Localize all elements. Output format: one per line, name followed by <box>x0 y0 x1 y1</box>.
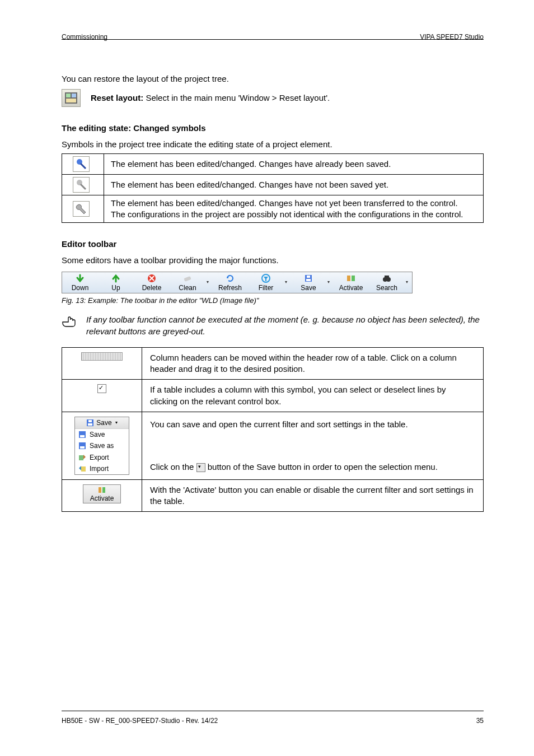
svg-rect-31 <box>99 487 101 493</box>
save-menu-head-label: Save <box>96 418 111 427</box>
toolbar-delete-button[interactable]: Delete <box>134 272 170 293</box>
activate-button-block[interactable]: Activate <box>83 484 121 503</box>
table-row: Column headers can be moved within the h… <box>62 347 484 380</box>
svg-rect-26 <box>80 435 85 437</box>
save-icon <box>78 431 86 438</box>
toolbar-filter-button[interactable]: Filter <box>248 272 284 293</box>
svg-rect-30 <box>81 466 86 472</box>
desc-row-check: If a table includes a column with this s… <box>142 380 484 412</box>
save-menu-item-save[interactable]: Save <box>75 429 129 440</box>
desc-row-activate: With the 'Activate' button you can enabl… <box>142 479 484 512</box>
save-menu-item-import[interactable]: Import <box>75 463 129 474</box>
table-row: If a table includes a column with this s… <box>62 380 484 412</box>
symbols-row-1: The element has been edited/changed. Cha… <box>104 153 484 174</box>
toolbar-figure-caption: Fig. 13: Example: The toolbar in the edi… <box>62 296 484 306</box>
binoculars-icon <box>382 274 392 283</box>
chevron-down-icon: ▾ <box>115 420 118 426</box>
toolbar-activate-label: Activate <box>339 283 363 292</box>
intro-line-1: You can restore the layout of the projec… <box>62 73 484 85</box>
save-menu-block[interactable]: Save ▾ Save Save as Export <box>74 417 129 475</box>
toolbar-up-button[interactable]: Up <box>98 272 134 293</box>
toolbar-delete-label: Delete <box>142 283 162 292</box>
reset-layout-text: Reset layout: Select in the main menu 'W… <box>91 92 330 104</box>
toolbar-down-button[interactable]: Down <box>62 272 98 293</box>
svg-rect-12 <box>184 276 191 282</box>
footer-right: 35 <box>476 716 484 725</box>
table-row: The element has been edited/changed. Cha… <box>62 195 484 223</box>
activate-button-label: Activate <box>90 494 114 502</box>
toolbar-refresh-label: Refresh <box>218 283 242 292</box>
delete-icon <box>147 274 157 283</box>
table-row: Activate With the 'Activate' button you … <box>62 479 484 512</box>
svg-rect-17 <box>347 276 350 281</box>
dropdown-arrow-icon <box>196 463 205 472</box>
toolbar-search-button[interactable]: Search <box>369 272 405 293</box>
reset-layout-icon <box>62 89 81 107</box>
svg-rect-29 <box>79 455 83 460</box>
svg-rect-21 <box>385 276 389 278</box>
pin-blue-icon <box>73 156 90 172</box>
note-text: If any toolbar function cannot be execut… <box>86 314 484 337</box>
symbols-row-3: The element has been edited/changed. Cha… <box>104 195 484 223</box>
toolbar-activate-button[interactable]: Activate <box>333 272 369 293</box>
desc-row-save-line1: You can save and open the current filter… <box>150 419 475 430</box>
note-row: If any toolbar function cannot be execut… <box>62 314 484 337</box>
section-2-lead: Some editors have a toolbar providing th… <box>62 255 484 266</box>
footer-rule <box>62 711 484 711</box>
section-2-heading: Editor toolbar <box>62 239 484 250</box>
arrow-down-icon <box>75 274 85 283</box>
svg-rect-2 <box>72 94 76 97</box>
save-menu-item-saveas[interactable]: Save as <box>75 440 129 451</box>
desc-row-save-line2a: Click on the <box>150 462 196 472</box>
arrow-up-icon <box>111 274 121 283</box>
toolbar-down-label: Down <box>72 283 89 292</box>
svg-rect-24 <box>88 420 92 422</box>
toolbar-save-button[interactable]: Save <box>291 272 326 293</box>
desc-row-save-line2b: button of the Save button in order to op… <box>208 462 438 472</box>
symbols-table: The element has been edited/changed. Cha… <box>62 153 484 223</box>
svg-rect-3 <box>66 99 76 102</box>
table-row: The element has been edited/changed. Cha… <box>62 174 484 195</box>
toolbar-refresh-button[interactable]: Refresh <box>212 272 248 293</box>
toolbar-clean-dropdown[interactable]: ▾ <box>205 272 212 293</box>
toolbar-search-dropdown[interactable]: ▾ <box>405 272 411 293</box>
svg-point-20 <box>386 277 391 282</box>
desc-row-save: You can save and open the current filter… <box>142 412 484 479</box>
toolbar-filter-dropdown[interactable]: ▾ <box>284 272 291 293</box>
filter-icon <box>261 274 271 283</box>
import-icon <box>78 465 86 473</box>
table-row: The element has been edited/changed. Cha… <box>62 153 484 174</box>
svg-rect-32 <box>102 487 105 493</box>
footer-left: HB50E - SW - RE_000-SPEED7-Studio - Rev.… <box>62 716 218 725</box>
section-1-lead: Symbols in the project tree indicate the… <box>62 139 484 150</box>
save-as-icon <box>78 442 86 450</box>
toolbar-search-label: Search <box>376 283 397 292</box>
activate-icon <box>98 486 106 494</box>
column-header-drag-icon <box>81 352 123 361</box>
reset-layout-desc: Select in the main menu 'Window > Reset … <box>146 93 330 102</box>
section-1-heading: The editing state: Changed symbols <box>62 123 484 134</box>
eraser-icon <box>182 274 193 283</box>
toolbar-save-dropdown[interactable]: ▾ <box>326 272 333 293</box>
header-right: VIPA SPEED7 Studio <box>420 32 484 41</box>
svg-rect-18 <box>352 276 355 281</box>
save-menu-item-export[interactable]: Export <box>75 452 129 463</box>
activate-icon <box>346 274 356 283</box>
toolbar-up-label: Up <box>111 283 120 292</box>
header-left: Commissioning <box>62 32 107 41</box>
editor-toolbar: Down Up Delete Clean ▾ <box>62 272 413 293</box>
svg-rect-28 <box>80 446 85 449</box>
toolbar-clean-button[interactable]: Clean <box>170 272 205 293</box>
pin-grey-icon <box>73 177 90 193</box>
toolbar-filter-label: Filter <box>259 283 274 292</box>
svg-rect-15 <box>306 279 311 281</box>
wrench-icon <box>73 201 90 217</box>
svg-rect-1 <box>66 94 71 97</box>
toolbar-save-label: Save <box>301 283 316 292</box>
refresh-icon <box>225 274 235 283</box>
table-row: Save ▾ Save Save as Export <box>62 412 484 479</box>
description-table: Column headers can be moved within the h… <box>62 347 484 512</box>
checkbox-icon <box>97 384 106 393</box>
svg-rect-16 <box>307 276 310 278</box>
save-icon <box>86 419 94 427</box>
